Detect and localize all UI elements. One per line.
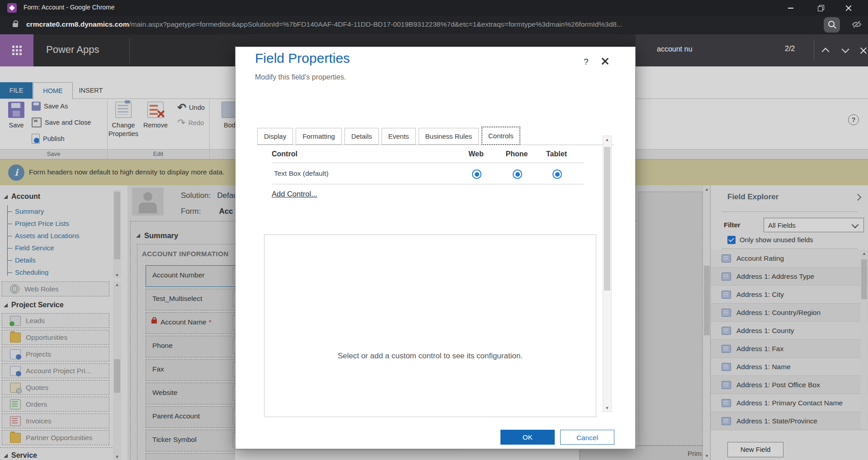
find-previous-icon[interactable] xyxy=(822,48,830,56)
scroll-up-icon[interactable]: ▲ xyxy=(113,282,121,287)
field-list-item[interactable]: Address 1: Fax xyxy=(711,340,868,358)
canvas-scrollbar[interactable]: ▲ ▼ xyxy=(703,185,710,460)
scroll-down-icon[interactable]: ▼ xyxy=(113,455,121,459)
navigator-scrollbar[interactable]: ▲ ▼ xyxy=(113,282,121,460)
field-explorer-title: Field Explorer xyxy=(727,192,778,202)
field-list-item[interactable]: Address 1: State/Province xyxy=(711,412,868,430)
field-icon xyxy=(722,327,731,335)
field-list-item[interactable]: Address 1: Name xyxy=(711,358,868,376)
save-and-close-button[interactable]: Save and Close xyxy=(32,117,91,128)
dialog-close-icon[interactable] xyxy=(600,56,610,66)
ribbon-tab-file[interactable]: FILE xyxy=(0,82,33,99)
window-minimize-button[interactable] xyxy=(780,0,801,16)
tab-display[interactable]: Display xyxy=(257,128,293,145)
nav-item-partner-opportunities[interactable]: Partner Opportunities xyxy=(2,430,109,445)
column-phone: Phone xyxy=(499,150,535,158)
tablet-radio[interactable] xyxy=(552,169,562,179)
table-row[interactable]: Text Box (default) xyxy=(272,165,584,183)
waffle-menu-icon[interactable] xyxy=(0,34,33,66)
save-button[interactable]: Save xyxy=(5,102,28,129)
ribbon-tab-insert[interactable]: INSERT xyxy=(73,82,109,99)
publish-button[interactable]: Publish xyxy=(32,133,65,145)
undo-button[interactable]: Undo xyxy=(177,101,205,114)
address-input[interactable]: crmcrate0.crm8.dynamics.com/main.aspx?pa… xyxy=(26,20,813,28)
eye-slash-icon[interactable] xyxy=(852,20,862,28)
scroll-up-icon[interactable]: ▲ xyxy=(603,137,611,142)
field-list-item[interactable]: Address 1: Country/Region xyxy=(711,304,868,322)
scroll-down-icon[interactable]: ▼ xyxy=(703,454,710,458)
window-close-button[interactable] xyxy=(841,0,862,16)
ribbon-tab-home[interactable]: HOME xyxy=(33,82,73,99)
scroll-down-icon[interactable]: ▼ xyxy=(603,406,611,410)
web-radio[interactable] xyxy=(472,169,481,179)
lock-icon[interactable] xyxy=(13,23,18,27)
field-list-item[interactable]: Account Rating xyxy=(711,249,868,268)
nav-item-web-roles[interactable]: Web Roles xyxy=(2,282,109,296)
field-icon xyxy=(722,254,731,263)
tab-formatting[interactable]: Formatting xyxy=(296,128,342,145)
remove-button[interactable]: Remove xyxy=(141,102,170,130)
window-restore-button[interactable] xyxy=(811,0,831,16)
phone-radio[interactable] xyxy=(513,169,522,179)
ok-button[interactable]: OK xyxy=(500,430,555,445)
field-icon xyxy=(722,291,731,299)
find-next-icon[interactable] xyxy=(842,46,849,53)
nav-item-invoices[interactable]: Invoices xyxy=(2,413,109,428)
field-list-scrollbar[interactable]: ▲ xyxy=(861,250,868,429)
nav-section-project-service[interactable]: Project Service xyxy=(4,301,64,309)
nav-item-leads[interactable]: Leads xyxy=(2,313,109,328)
nav-item-opportunities[interactable]: Opportunities xyxy=(2,330,109,345)
add-control-link[interactable]: Add Control... xyxy=(272,190,317,198)
summary-section-title[interactable]: Summary xyxy=(136,231,178,240)
scroll-down-icon[interactable]: ▼ xyxy=(113,273,121,277)
scrollbar-thumb[interactable] xyxy=(114,359,120,393)
find-close-icon[interactable] xyxy=(859,46,868,55)
undo-arrow-icon xyxy=(177,101,186,114)
tree-scrollbar[interactable]: ▼ xyxy=(113,190,121,278)
dialog-scrollbar[interactable]: ▲ ▼ xyxy=(603,136,612,412)
nav-item-assets-and-locations[interactable]: Assets and Locations xyxy=(8,230,107,242)
scrollbar-thumb[interactable] xyxy=(704,266,710,335)
scroll-up-icon[interactable]: ▲ xyxy=(861,251,868,256)
field-list-item[interactable]: Address 1: Post Office Box xyxy=(711,376,868,394)
scroll-up-icon[interactable]: ▲ xyxy=(703,187,710,192)
save-as-button[interactable]: Save As xyxy=(32,100,68,112)
nav-item-details[interactable]: Details xyxy=(8,254,107,266)
tab-details[interactable]: Details xyxy=(344,128,379,145)
nav-section-service[interactable]: Service xyxy=(0,447,115,460)
form-right-column[interactable] xyxy=(638,192,703,446)
unused-fields-checkbox[interactable] xyxy=(727,236,736,244)
nav-item-scheduling[interactable]: Scheduling xyxy=(8,266,107,276)
field-list-item[interactable]: Address 1: Primary Contact Name xyxy=(711,394,868,412)
find-query[interactable]: account nu xyxy=(657,45,692,53)
cancel-button[interactable]: Cancel xyxy=(560,430,614,445)
empty-config-message: Select or add a custom control to see it… xyxy=(264,352,596,361)
help-icon[interactable]: ? xyxy=(848,114,859,125)
nav-section-account[interactable]: Account xyxy=(4,192,40,201)
scrollbar-thumb[interactable] xyxy=(114,192,120,259)
nav-item-summary[interactable]: Summary xyxy=(8,205,107,217)
find-in-page-icon[interactable] xyxy=(824,17,840,33)
change-properties-button[interactable]: Change Properties xyxy=(107,102,140,138)
tab-business-rules[interactable]: Business Rules xyxy=(419,128,479,145)
scrollbar-thumb[interactable] xyxy=(861,259,867,299)
nav-item-orders[interactable]: Orders xyxy=(2,397,109,412)
field-list-item[interactable]: Address 1: Address Type xyxy=(711,268,868,286)
field-list-item[interactable]: Address 1: City xyxy=(711,286,868,304)
folder-icon xyxy=(10,433,21,443)
field-list-item[interactable]: Address 1: County xyxy=(711,322,868,340)
nav-item-account-project[interactable]: Account Project Pri... xyxy=(2,363,109,378)
nav-item-quotes[interactable]: Quotes xyxy=(2,380,109,395)
scrollbar-thumb[interactable] xyxy=(604,147,610,291)
tab-events[interactable]: Events xyxy=(382,128,416,145)
redo-button[interactable]: Redo xyxy=(177,117,204,129)
nav-item-projects[interactable]: Projects xyxy=(2,347,109,361)
chevron-right-icon[interactable] xyxy=(854,194,862,201)
nav-item-field-service[interactable]: Field Service xyxy=(8,242,107,254)
dialog-help-icon[interactable]: ? xyxy=(584,57,589,67)
group-divider xyxy=(209,150,210,160)
nav-item-project-price-lists[interactable]: Project Price Lists xyxy=(8,217,107,230)
new-field-button[interactable]: New Field xyxy=(727,442,783,457)
tab-controls[interactable]: Controls xyxy=(481,127,520,145)
filter-dropdown[interactable]: All Fields xyxy=(764,218,864,232)
